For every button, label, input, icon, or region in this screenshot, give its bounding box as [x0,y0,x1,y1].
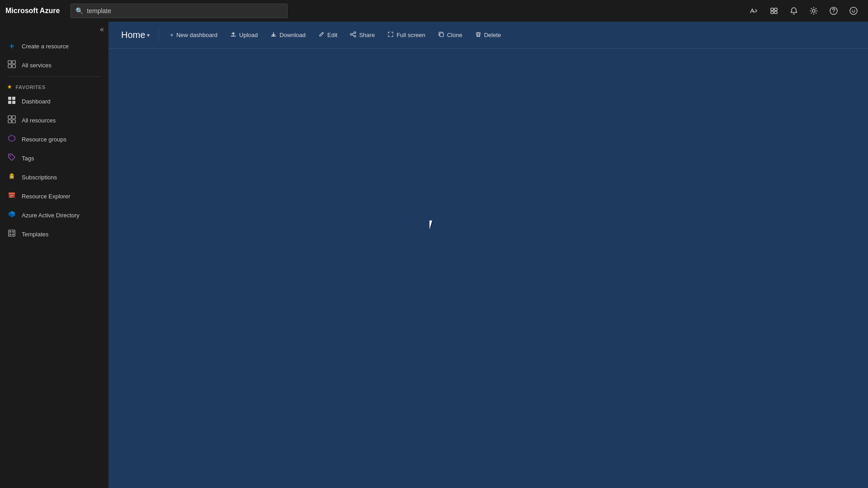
azure-ad-label: Azure Active Directory [22,212,80,219]
sidebar-item-resource-groups[interactable]: Resource groups [0,130,108,149]
svg-rect-37 [9,234,11,235]
svg-rect-1 [774,8,777,10]
sidebar-item-templates[interactable]: Templates [0,225,108,244]
clone-button[interactable]: Clone [433,28,468,42]
svg-rect-14 [8,97,11,100]
full-screen-icon [387,31,394,39]
topbar-icons [745,2,863,20]
sidebar-item-resource-explorer[interactable]: Resource Explorer [0,187,108,206]
sidebar-item-all-resources[interactable]: All resources [0,111,108,130]
favorites-label: FAVORITES [16,84,46,90]
settings-icon[interactable] [805,2,823,20]
portal-settings-icon[interactable] [765,2,783,20]
svg-point-39 [354,32,356,33]
all-resources-icon [7,115,16,125]
svg-point-8 [852,10,853,11]
notifications-icon[interactable] [785,2,803,20]
delete-icon [475,31,481,39]
resource-explorer-icon [7,191,16,201]
svg-rect-15 [12,97,15,100]
svg-rect-17 [12,101,15,104]
all-services-icon [7,60,16,70]
svg-point-9 [854,10,855,11]
svg-point-6 [833,13,834,14]
sidebar-item-all-services[interactable]: All services [0,56,108,75]
svg-point-40 [350,33,352,35]
svg-rect-3 [774,11,777,14]
search-box[interactable]: 🔍 [71,4,288,18]
svg-rect-11 [12,61,15,64]
dashboard-icon [7,96,16,106]
full-screen-button[interactable]: Full screen [382,28,431,42]
clone-label: Clone [447,32,462,38]
plus-icon: + [7,42,16,51]
svg-rect-12 [8,65,11,68]
sidebar: « + Create a resource All services ★ FAV [0,22,108,488]
home-label: Home [121,30,145,40]
search-input[interactable] [87,7,283,14]
sidebar-item-azure-active-directory[interactable]: Azure Active Directory [0,206,108,225]
svg-point-4 [812,9,815,12]
templates-icon [7,229,16,239]
sidebar-item-create-resource[interactable]: + Create a resource [0,37,108,56]
star-icon: ★ [7,84,12,90]
app-logo[interactable]: Microsoft Azure [5,7,60,15]
tags-label: Tags [22,155,34,162]
help-icon[interactable] [825,2,843,20]
main-container: « + Create a resource All services ★ FAV [0,22,868,488]
all-resources-label: All resources [22,117,56,124]
new-dashboard-button[interactable]: + New dashboard [165,29,223,41]
cloud-shell-icon[interactable] [745,2,763,20]
svg-point-7 [850,7,857,14]
templates-label: Templates [22,231,48,238]
subscriptions-icon [7,172,16,182]
plus-icon: + [170,32,174,38]
sidebar-item-subscriptions[interactable]: Subscriptions [0,168,108,187]
svg-rect-18 [8,116,11,119]
svg-rect-19 [12,116,15,119]
upload-icon [230,31,236,39]
download-button[interactable]: Download [265,28,311,42]
search-icon: 🔍 [75,7,83,14]
subscriptions-label: Subscriptions [22,174,57,181]
resource-groups-icon [7,134,16,144]
share-icon [350,31,356,39]
azure-ad-icon [7,210,16,220]
svg-rect-21 [12,120,15,123]
svg-rect-13 [12,65,15,68]
sidebar-item-dashboard[interactable]: Dashboard [0,92,108,111]
chevron-down-icon: ▾ [147,32,150,38]
share-button[interactable]: Share [344,28,380,42]
svg-rect-2 [771,11,774,14]
sidebar-collapse-btn[interactable]: « [0,22,108,37]
new-dashboard-label: New dashboard [176,32,217,38]
feedback-icon[interactable] [844,2,863,20]
svg-rect-20 [8,120,11,123]
svg-rect-10 [8,61,11,64]
tags-icon [7,153,16,163]
create-resource-label: Create a resource [22,43,69,50]
upload-button[interactable]: Upload [225,28,263,42]
edit-button[interactable]: Edit [313,28,343,42]
home-breadcrumb[interactable]: Home ▾ [118,28,153,42]
sidebar-item-tags[interactable]: Tags [0,149,108,168]
svg-rect-27 [10,195,14,196]
svg-rect-36 [12,231,14,233]
collapse-icon[interactable]: « [100,25,104,33]
toolbar-divider [159,29,159,42]
svg-rect-28 [10,197,12,197]
dashboard-label: Dashboard [22,98,51,105]
svg-rect-42 [440,33,443,37]
content-toolbar: Home ▾ + New dashboard Upload [108,22,868,49]
svg-rect-0 [771,8,774,10]
download-icon [270,31,277,39]
edit-icon [318,31,325,39]
delete-label: Delete [484,32,501,38]
svg-rect-16 [8,101,11,104]
delete-button[interactable]: Delete [470,28,507,42]
sidebar-divider [7,76,101,77]
svg-rect-35 [9,231,11,233]
resource-groups-label: Resource groups [22,136,66,143]
full-screen-label: Full screen [396,32,425,38]
share-label: Share [359,32,375,38]
